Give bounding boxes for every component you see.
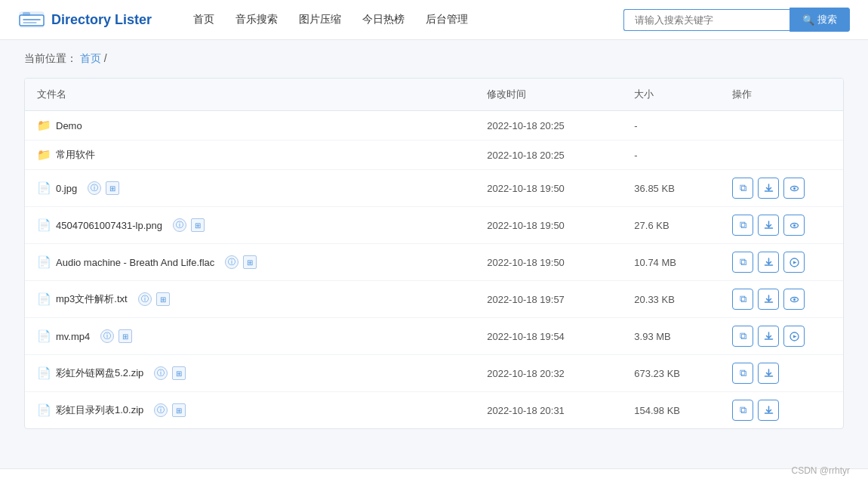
file-icon: 📄 <box>37 403 51 417</box>
info-button[interactable]: ⓘ <box>88 181 101 195</box>
download-button[interactable] <box>758 178 779 199</box>
logo-area: Directory Lister <box>18 6 169 33</box>
qr-button[interactable]: ⊞ <box>172 403 186 417</box>
download-button[interactable] <box>758 326 779 347</box>
table-row: 📄彩虹目录列表1.0.zipⓘ⊞2022-10-18 20:31154.98 K… <box>25 392 843 429</box>
table-row: 📄45047061007431-lp.pngⓘ⊞2022-10-18 19:50… <box>25 207 843 244</box>
file-name-link[interactable]: 常用软件 <box>56 148 95 162</box>
qr-button[interactable]: ⊞ <box>156 292 170 306</box>
file-icon: 📄 <box>37 366 51 380</box>
table-header-row: 文件名 修改时间 大小 操作 <box>25 79 843 111</box>
table-row: 📁Demo2022-10-18 20:25- <box>25 111 843 141</box>
file-name-link[interactable]: Audio machine - Breath And Life.flac <box>56 257 214 268</box>
header: Directory Lister 首页 音乐搜索 图片压缩 今日热榜 后台管理 … <box>0 0 868 40</box>
file-table: 文件名 修改时间 大小 操作 📁Demo2022-10-18 20:25-📁常用… <box>25 79 843 428</box>
breadcrumb-home[interactable]: 首页 <box>80 52 101 64</box>
file-name-link[interactable]: 彩虹外链网盘5.2.zip <box>56 366 143 380</box>
search-button[interactable]: 🔍 搜索 <box>790 8 850 32</box>
file-name-link[interactable]: Demo <box>56 120 82 131</box>
info-button[interactable]: ⓘ <box>225 255 239 269</box>
main-content: 文件名 修改时间 大小 操作 📁Demo2022-10-18 20:25-📁常用… <box>0 78 868 453</box>
qr-button[interactable]: ⊞ <box>172 366 186 380</box>
col-header-size: 大小 <box>622 79 720 111</box>
file-name-link[interactable]: 0.jpg <box>56 183 77 194</box>
search-input[interactable] <box>623 9 790 31</box>
copy-button[interactable]: ⧉ <box>732 215 753 236</box>
copy-button[interactable]: ⧉ <box>732 326 753 347</box>
play-button[interactable] <box>783 326 805 347</box>
download-button[interactable] <box>758 400 779 421</box>
view-button[interactable] <box>783 215 805 236</box>
table-row: 📁常用软件2022-10-18 20:25- <box>25 141 843 170</box>
svg-rect-2 <box>23 12 30 16</box>
file-icon: 📄 <box>37 329 51 343</box>
copy-button[interactable]: ⧉ <box>732 289 753 310</box>
svg-point-6 <box>793 187 796 190</box>
file-name-link[interactable]: 45047061007431-lp.png <box>56 220 162 231</box>
file-time: 2022-10-18 20:25 <box>475 141 622 170</box>
nav-home[interactable]: 首页 <box>193 13 214 26</box>
footer: Copyright ©2022 彩虹目录列表 <box>0 468 868 485</box>
copy-button[interactable]: ⧉ <box>732 400 753 421</box>
qr-button[interactable]: ⊞ <box>243 255 257 269</box>
info-button[interactable]: ⓘ <box>154 403 168 417</box>
qr-button[interactable]: ⊞ <box>106 181 119 195</box>
file-size: - <box>622 141 720 170</box>
view-button[interactable] <box>783 178 805 199</box>
download-button[interactable] <box>758 215 779 236</box>
download-button[interactable] <box>758 289 779 310</box>
file-name-link[interactable]: mv.mp4 <box>56 331 90 342</box>
nav-admin[interactable]: 后台管理 <box>426 13 468 26</box>
file-table-container: 文件名 修改时间 大小 操作 📁Demo2022-10-18 20:25-📁常用… <box>24 78 844 429</box>
file-size: 673.23 KB <box>622 355 720 392</box>
file-name-cell: 📄mv.mp4ⓘ⊞ <box>25 318 475 355</box>
file-icon: 📄 <box>37 255 51 269</box>
nav-links: 首页 音乐搜索 图片压缩 今日热榜 后台管理 <box>193 13 599 26</box>
file-time: 2022-10-18 20:32 <box>475 355 622 392</box>
file-size: 27.6 KB <box>622 207 720 244</box>
qr-button[interactable]: ⊞ <box>191 218 205 232</box>
folder-icon: 📁 <box>37 119 51 132</box>
search-area: 🔍 搜索 <box>623 8 850 32</box>
col-header-name: 文件名 <box>25 79 475 111</box>
copy-button[interactable]: ⧉ <box>732 363 753 384</box>
copy-button[interactable]: ⧉ <box>732 252 753 273</box>
file-icon: 📄 <box>37 181 51 195</box>
info-button[interactable]: ⓘ <box>100 329 114 343</box>
nav-music[interactable]: 音乐搜索 <box>235 13 278 26</box>
logo-icon <box>18 6 45 33</box>
file-actions: ⧉ <box>720 392 843 429</box>
nav-img[interactable]: 图片压缩 <box>299 13 341 26</box>
table-row: 📄mp3文件解析.txtⓘ⊞2022-10-18 19:5720.33 KB⧉ <box>25 281 843 318</box>
file-name-link[interactable]: mp3文件解析.txt <box>56 292 128 306</box>
svg-point-8 <box>793 224 796 227</box>
app-title: Directory Lister <box>51 12 152 28</box>
copy-button[interactable]: ⧉ <box>732 178 753 199</box>
file-name-link[interactable]: 彩虹目录列表1.0.zip <box>56 403 143 417</box>
file-size: 3.93 MB <box>622 318 720 355</box>
file-actions: ⧉ <box>720 318 843 355</box>
file-actions: ⧉ <box>720 207 843 244</box>
file-name-cell: 📁Demo <box>25 111 475 141</box>
svg-point-12 <box>793 298 796 301</box>
info-button[interactable]: ⓘ <box>154 366 168 380</box>
file-time: 2022-10-18 19:57 <box>475 281 622 318</box>
file-size: 20.33 KB <box>622 281 720 318</box>
file-icon: 📄 <box>37 292 51 306</box>
col-header-time: 修改时间 <box>475 79 622 111</box>
view-button[interactable] <box>783 289 805 310</box>
file-actions <box>720 141 843 170</box>
file-actions: ⧉ <box>720 244 843 281</box>
info-button[interactable]: ⓘ <box>138 292 152 306</box>
download-button[interactable] <box>758 363 779 384</box>
nav-hot[interactable]: 今日热榜 <box>362 13 405 26</box>
breadcrumb: 当前位置： 首页 / <box>0 40 868 78</box>
svg-rect-1 <box>20 15 44 26</box>
info-button[interactable]: ⓘ <box>173 218 186 232</box>
play-button[interactable] <box>783 252 805 273</box>
qr-button[interactable]: ⊞ <box>119 329 132 343</box>
file-time: 2022-10-18 19:50 <box>475 207 622 244</box>
file-actions <box>720 111 843 141</box>
table-row: 📄彩虹外链网盘5.2.zipⓘ⊞2022-10-18 20:32673.23 K… <box>25 355 843 392</box>
download-button[interactable] <box>758 252 779 273</box>
